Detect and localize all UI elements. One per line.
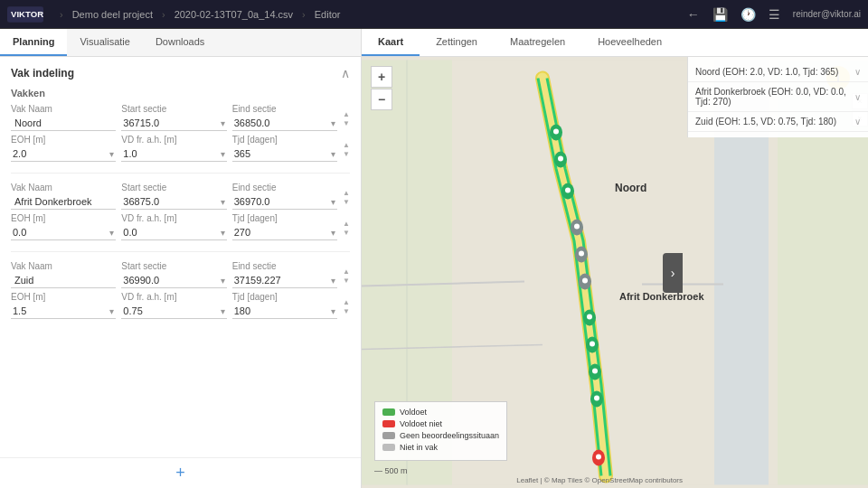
vd-select-2[interactable]: 0.0 (121, 225, 226, 240)
info-row-zuid[interactable]: Zuid (EOH: 1.5, VD: 0.75, Tjd: 180) ∨ (688, 112, 868, 132)
tab-downloads[interactable]: Downloads (143, 29, 217, 56)
arrow-up-1b[interactable]: ▲ (343, 142, 350, 149)
tjd-select-1[interactable]: 365 (232, 146, 337, 162)
info-row-noord-arrow: ∨ (854, 67, 861, 77)
arrow-down-3[interactable]: ▼ (343, 277, 350, 285)
vak-params-row-2: EOH [m] 0.0 VD fr. a.h. [m] 0.0 (11, 213, 350, 240)
menu-icon[interactable]: ☰ (769, 7, 780, 22)
arrow-up-2[interactable]: ▲ (343, 190, 350, 197)
tjd-select-2[interactable]: 270 (232, 225, 337, 240)
map-info-panel: Noord (EOH: 2.0, VD: 1.0, Tjd: 365) ∨ Af… (687, 57, 868, 137)
eind-sectie-group-2: Eind sectie 36970.0 (232, 183, 337, 210)
info-row-noord[interactable]: Noord (EOH: 2.0, VD: 1.0, Tjd: 365) ∨ (688, 62, 868, 82)
row-arrows-1: ▲ ▼ (343, 111, 350, 131)
eoh-group-3: EOH [m] 1.5 (11, 292, 116, 319)
arrow-up-3[interactable]: ▲ (343, 268, 350, 276)
vak-naam-input-1[interactable] (11, 116, 116, 131)
user-icon[interactable]: reinder@viktor.ai (793, 9, 861, 19)
start-sectie-select-2[interactable]: 36875.0 (121, 194, 226, 210)
info-row-donkerbroek-arrow: ∨ (854, 92, 861, 102)
svg-point-12 (558, 156, 563, 162)
arrow-up-2b[interactable]: ▲ (343, 221, 350, 228)
vak-params-row-3: EOH [m] 1.5 VD fr. a.h. [m] 0.75 (11, 292, 350, 319)
vak-naam-row-2: Vak Naam Start sectie 36875.0 Eind secti… (11, 183, 350, 210)
eoh-select-3[interactable]: 1.5 (11, 304, 116, 319)
eoh-label-3: EOH [m] (11, 292, 116, 302)
eoh-wrapper-2: 0.0 (11, 225, 116, 240)
history-icon[interactable]: 🕐 (741, 7, 756, 22)
save-icon[interactable]: 💾 (712, 7, 728, 22)
vak-naam-label-3: Vak Naam (11, 261, 116, 271)
vak-naam-input-2[interactable] (11, 194, 116, 210)
arrow-up-3b[interactable]: ▲ (343, 299, 350, 306)
breadcrumb-editor[interactable]: Editor (315, 9, 341, 20)
vak-divider-2 (11, 251, 350, 252)
eind-sectie-label-1: Eind sectie (232, 104, 337, 114)
right-panel: Kaart Zettingen Maatregelen Hoeveelheden (362, 29, 868, 488)
map-legend: Voldoet Voldoet niet Geen beoordeelingss… (374, 401, 507, 461)
vd-select-3[interactable]: 0.75 (121, 304, 226, 319)
tab-visualisatie[interactable]: Visualisatie (67, 29, 142, 56)
tab-planning[interactable]: Planning (0, 29, 67, 56)
back-icon[interactable]: ← (687, 7, 700, 22)
eind-sectie-group-3: Eind sectie 37159.227 (232, 261, 337, 288)
arrow-down-1b[interactable]: ▼ (343, 151, 350, 158)
tjd-select-3[interactable]: 180 (232, 304, 337, 319)
info-row-donkerbroek[interactable]: Afrit Donkerbroek (EOH: 0.0, VD: 0.0, Tj… (688, 82, 868, 112)
vd-select-1[interactable]: 1.0 (121, 146, 226, 162)
start-sectie-group-2: Start sectie 36875.0 (121, 183, 226, 210)
eind-sectie-wrapper-1: 36850.0 (232, 116, 337, 131)
arrow-down-2[interactable]: ▼ (343, 199, 350, 206)
map-nav-arrow[interactable]: › (663, 253, 683, 293)
map-area[interactable]: Noord Afrit Donkerbroek + − × × (362, 57, 868, 488)
tjd-group-2: Tjd [dagen] 270 (232, 213, 337, 240)
zoom-out-button[interactable]: − (371, 89, 392, 110)
left-panel: Planning Visualisatie Downloads Vak inde… (0, 29, 362, 488)
svg-point-27 (587, 314, 592, 320)
start-sectie-group-3: Start sectie 36990.0 (121, 261, 226, 288)
eoh-group-2: EOH [m] 0.0 (11, 213, 116, 240)
arrow-down-1[interactable]: ▼ (343, 120, 350, 127)
map-tab-zettingen[interactable]: Zettingen (420, 29, 494, 56)
eind-sectie-select-2[interactable]: 36970.0 (232, 194, 337, 210)
info-row-donkerbroek-text: Afrit Donkerbroek (EOH: 0.0, VD: 0.0, Tj… (695, 87, 854, 107)
arrow-down-2b[interactable]: ▼ (343, 230, 350, 237)
eind-sectie-label-3: Eind sectie (232, 261, 337, 271)
topbar: VIKTOR › Demo deel project › 2020-02-13T… (0, 0, 868, 29)
vd-wrapper-3: 0.75 (121, 304, 226, 319)
eind-sectie-select-1[interactable]: 36850.0 (232, 116, 337, 131)
section-header: Vak indeling ∧ (11, 66, 350, 80)
eind-sectie-label-2: Eind sectie (232, 183, 337, 192)
svg-text:VIKTOR: VIKTOR (11, 9, 43, 19)
map-tab-maatregelen[interactable]: Maatregelen (494, 29, 581, 56)
start-sectie-select-1[interactable]: 36715.0 (121, 116, 226, 131)
arrow-down-3b[interactable]: ▼ (343, 308, 350, 315)
eoh-select-1[interactable]: 2.0 (11, 146, 116, 162)
map-tab-kaart[interactable]: Kaart (362, 29, 420, 56)
zoom-in-button[interactable]: + (371, 66, 392, 88)
start-sectie-label-3: Start sectie (121, 261, 226, 271)
eoh-select-2[interactable]: 0.0 (11, 225, 116, 240)
vak-naam-group-1: Vak Naam (11, 104, 116, 131)
collapse-button[interactable]: ∧ (341, 66, 350, 80)
topbar-right: ← 💾 🕐 ☰ reinder@viktor.ai (687, 7, 861, 22)
panel-content: Vak indeling ∧ Vakken Vak Naam Start sec… (0, 57, 361, 457)
vd-label-1: VD fr. a.h. [m] (121, 135, 226, 145)
row-arrows-2b: ▲ ▼ (343, 221, 350, 240)
eoh-group-1: EOH [m] 2.0 (11, 135, 116, 162)
eoh-wrapper-3: 1.5 (11, 304, 116, 319)
breadcrumb-project[interactable]: Demo deel project (72, 9, 153, 20)
start-sectie-select-3[interactable]: 36990.0 (121, 273, 226, 288)
tjd-group-3: Tjd [dagen] 180 (232, 292, 337, 319)
map-tab-hoeveelheden[interactable]: Hoeveelheden (581, 29, 678, 56)
add-vak-button[interactable]: + (0, 457, 361, 488)
map-controls: + − (371, 66, 392, 110)
arrow-up-1[interactable]: ▲ (343, 111, 350, 118)
start-sectie-group-1: Start sectie 36715.0 (121, 104, 226, 131)
row-arrows-2: ▲ ▼ (343, 190, 350, 210)
vak-naam-input-3[interactable] (11, 273, 116, 288)
eoh-label-2: EOH [m] (11, 213, 116, 223)
eind-sectie-select-3[interactable]: 37159.227 (232, 273, 337, 288)
svg-text:Noord: Noord (615, 182, 646, 194)
breadcrumb-file[interactable]: 2020-02-13T07_0a_14.csv (175, 9, 293, 20)
